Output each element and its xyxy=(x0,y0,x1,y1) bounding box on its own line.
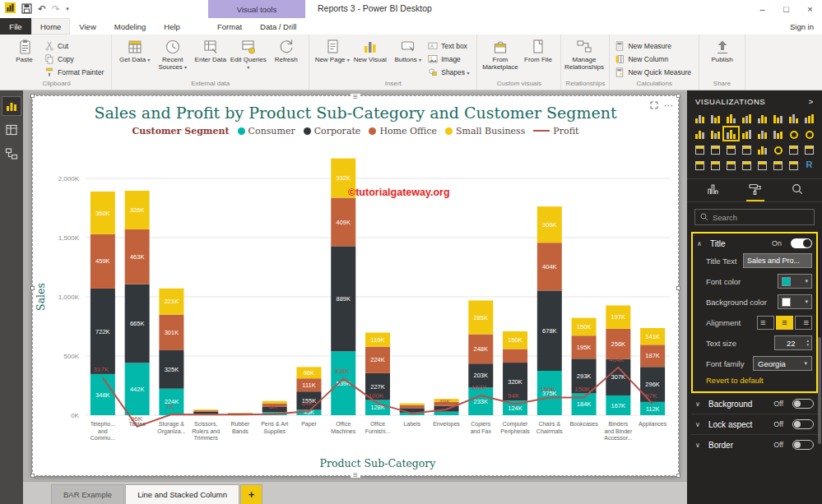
save-button[interactable] xyxy=(21,3,32,16)
lock-aspect-toggle[interactable] xyxy=(792,419,814,429)
drag-grip-bottom-icon[interactable]: ≡ xyxy=(351,472,360,478)
search-input[interactable] xyxy=(713,213,809,222)
tab-format[interactable]: Format xyxy=(208,18,251,35)
chevron-down-icon[interactable]: ∨ xyxy=(695,442,704,449)
undo-button[interactable]: ↶ xyxy=(38,4,46,14)
treemap-icon[interactable] xyxy=(693,143,707,155)
100-stacked-column-chart-icon[interactable] xyxy=(771,112,785,124)
legend-item-consumer[interactable]: Consumer xyxy=(238,126,295,136)
new-visual-button[interactable]: New Visual xyxy=(351,36,388,63)
arcgis-map-icon[interactable] xyxy=(755,159,769,171)
pie-chart-icon[interactable] xyxy=(787,127,801,140)
format-painter-button[interactable]: Format Painter xyxy=(44,66,107,78)
title-text-input[interactable]: Sales and Pro... xyxy=(743,253,812,268)
paste-button[interactable]: Paste xyxy=(6,36,43,63)
r-script-visual-icon[interactable]: R xyxy=(802,159,816,171)
tab-help[interactable]: Help xyxy=(155,18,189,35)
close-button[interactable]: × xyxy=(798,0,822,18)
focus-mode-icon[interactable] xyxy=(650,98,658,113)
gauge-icon[interactable] xyxy=(771,143,785,155)
font-color-dropdown[interactable]: ▾ xyxy=(778,274,812,289)
from-file-button[interactable]: From File xyxy=(519,36,556,63)
stacked-bar-chart-icon[interactable] xyxy=(693,112,707,124)
border-section-header[interactable]: ∨BorderOff xyxy=(691,434,818,455)
map-icon[interactable] xyxy=(708,143,722,155)
new-measure-button[interactable]: New Measure xyxy=(614,39,694,52)
report-view-button[interactable] xyxy=(2,97,21,115)
background-color-dropdown[interactable]: ▾ xyxy=(778,294,812,309)
edit-queries-button[interactable]: Edit Queries ▾ xyxy=(230,36,267,72)
border-toggle[interactable] xyxy=(792,440,814,450)
matrix-icon[interactable] xyxy=(740,159,754,171)
chevron-up-icon[interactable]: ∧ xyxy=(697,240,705,247)
legend-item-profit[interactable]: Profit xyxy=(533,126,578,136)
column-segment-small-business[interactable] xyxy=(400,404,425,405)
page-tab-line-and-stacked-column[interactable]: Line and Stacked Column xyxy=(125,484,239,504)
customize-toolbar-caret-icon[interactable]: ▾ xyxy=(66,6,69,12)
align-left-button[interactable]: ≡ xyxy=(757,316,774,330)
legend-item-home-office[interactable]: Home Office xyxy=(369,126,437,136)
area-chart-icon[interactable] xyxy=(693,127,707,140)
column-segment-small-business[interactable] xyxy=(193,409,218,410)
waterfall-chart-icon[interactable] xyxy=(755,127,769,140)
multi-row-card-icon[interactable] xyxy=(802,143,816,155)
data-view-button[interactable] xyxy=(2,121,21,139)
column-segment-corporate[interactable] xyxy=(193,412,218,414)
tab-file[interactable]: File xyxy=(0,18,31,35)
revert-to-default-link[interactable]: Revert to default xyxy=(693,374,816,391)
align-right-button[interactable]: ≡ xyxy=(795,316,812,330)
buttons-button[interactable]: Buttons ▾ xyxy=(389,36,426,64)
sign-in-link[interactable]: Sign in xyxy=(790,18,814,35)
resize-handle[interactable] xyxy=(30,286,35,290)
filled-map-icon[interactable] xyxy=(724,143,738,155)
kpi-icon[interactable] xyxy=(693,159,707,171)
shape-map-icon[interactable] xyxy=(740,143,754,155)
collapse-panel-icon[interactable]: > xyxy=(809,97,814,106)
lock-aspect-section-header[interactable]: ∨Lock aspectOff xyxy=(691,414,818,434)
text-box-button[interactable]: AText box xyxy=(427,39,472,52)
more-options-icon[interactable]: ⋯ xyxy=(664,102,674,109)
recent-sources-button[interactable]: Recent Sources ▾ xyxy=(154,36,191,72)
new-quick-measure-button[interactable]: New Quick Measure xyxy=(614,66,694,78)
publish-button[interactable]: Publish xyxy=(704,36,741,63)
background-toggle[interactable] xyxy=(792,399,814,409)
panel-scrollbar[interactable] xyxy=(818,337,821,444)
copy-button[interactable]: Copy xyxy=(44,53,107,65)
chevron-down-icon[interactable]: ∨ xyxy=(695,400,704,408)
clustered-column-chart-icon[interactable] xyxy=(740,112,754,124)
enter-data-button[interactable]: Enter Data xyxy=(192,36,229,63)
ribbon-chart-icon[interactable] xyxy=(787,112,801,124)
legend-item-corporate[interactable]: Corporate xyxy=(304,126,361,136)
funnel-icon[interactable] xyxy=(755,143,769,155)
analytics-tab[interactable] xyxy=(789,182,806,201)
text-size-stepper[interactable]: 22 ▴▾ xyxy=(774,335,812,350)
resize-handle[interactable] xyxy=(30,94,35,98)
tab-data-drill[interactable]: Data / Drill xyxy=(251,18,305,35)
redo-button[interactable]: ↷ xyxy=(52,4,60,14)
custom-visual-icon[interactable] xyxy=(771,159,785,171)
format-tab[interactable] xyxy=(746,182,764,201)
table-icon[interactable] xyxy=(724,159,738,171)
font-family-dropdown[interactable]: Georgia ▾ xyxy=(753,356,812,371)
report-visual[interactable]: ≡ ≡ ⋯ Sales and Profit by Product Sub-Ca… xyxy=(32,95,679,476)
stacked-column-chart-icon[interactable] xyxy=(708,112,722,124)
line-and-stacked-column-chart[interactable]: Sales and Profit by Product Sub-Category… xyxy=(33,96,678,475)
drag-grip-icon[interactable]: ≡ xyxy=(351,94,360,99)
column-segment-home-office[interactable] xyxy=(228,414,253,414)
column-segment-home-office[interactable] xyxy=(503,349,527,363)
legend-item-small-business[interactable]: Small Business xyxy=(445,126,525,136)
background-section-header[interactable]: ∨BackgroundOff xyxy=(691,393,818,414)
slicer-icon[interactable] xyxy=(708,159,722,171)
image-button[interactable]: Image xyxy=(427,53,472,65)
minimize-button[interactable]: – xyxy=(750,0,774,18)
card-icon[interactable] xyxy=(787,143,801,155)
column-segment-consumer[interactable] xyxy=(434,412,459,415)
donut-chart-icon[interactable] xyxy=(802,127,816,140)
tab-modeling[interactable]: Modeling xyxy=(105,18,156,35)
clustered-bar-chart-icon[interactable] xyxy=(724,112,738,124)
column-segment-home-office[interactable] xyxy=(400,405,425,409)
tab-view[interactable]: View xyxy=(70,18,104,35)
resize-handle[interactable] xyxy=(676,286,680,290)
model-view-button[interactable] xyxy=(2,145,21,163)
title-toggle[interactable] xyxy=(791,238,812,248)
